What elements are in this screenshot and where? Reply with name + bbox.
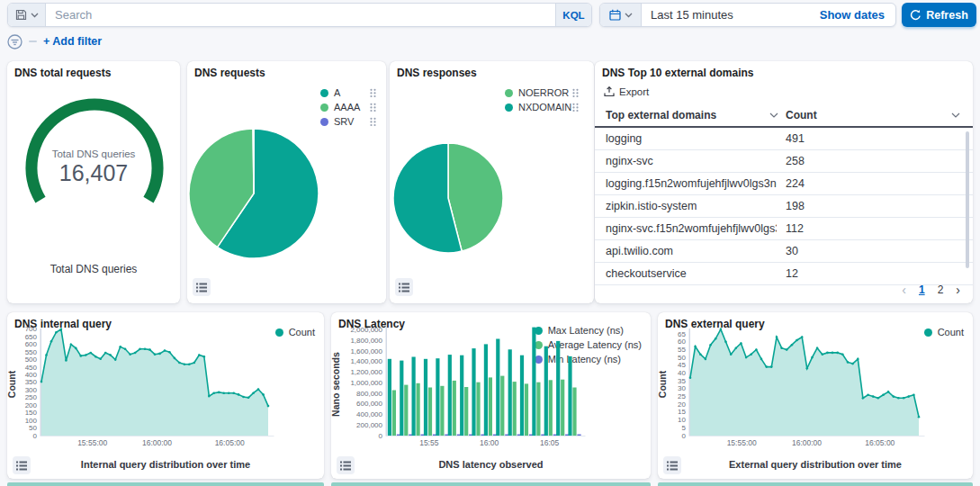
export-button[interactable]: Export xyxy=(604,86,649,97)
legend-toggle-button[interactable] xyxy=(663,456,681,474)
bar-max[interactable] xyxy=(520,356,524,436)
bar-average[interactable] xyxy=(404,385,408,436)
calendar-menu-button[interactable] xyxy=(600,4,642,26)
panel-dns-latency: DNS Latency Max Latency (ns)Average Late… xyxy=(331,312,651,479)
refresh-button[interactable]: Refresh xyxy=(902,3,976,27)
data-point xyxy=(851,363,854,365)
bar-average[interactable] xyxy=(464,387,468,436)
data-point xyxy=(765,365,768,368)
refresh-label: Refresh xyxy=(926,9,968,22)
bar-max[interactable] xyxy=(424,359,427,436)
time-range-value[interactable]: Last 15 minutes xyxy=(642,4,809,26)
bar-average[interactable] xyxy=(500,376,504,436)
bar-average[interactable] xyxy=(453,381,456,436)
pagination-page-1[interactable]: 1 xyxy=(919,284,925,296)
data-point xyxy=(903,397,905,400)
pie-chart[interactable] xyxy=(390,61,594,303)
bar-average[interactable] xyxy=(417,383,420,436)
bar-max[interactable] xyxy=(400,361,403,436)
bar-max[interactable] xyxy=(484,344,488,436)
legend-toggle-button[interactable] xyxy=(395,278,413,296)
y-tick-label: 200 xyxy=(25,401,38,410)
table-row[interactable]: api.twilio.com30 xyxy=(595,240,973,263)
x-tick-label: 16:05:00 xyxy=(865,438,895,447)
gauge-metric-value: 16,407 xyxy=(7,160,180,186)
x-tick-label: 16:00:00 xyxy=(792,438,822,447)
cell-domain: logging xyxy=(606,132,642,145)
add-filter-button[interactable]: + Add filter xyxy=(43,35,102,48)
data-point xyxy=(90,352,93,355)
table-header-row: Top external domains Count xyxy=(595,106,973,128)
table-row[interactable]: logging491 xyxy=(595,128,973,150)
legend-toggle-button[interactable] xyxy=(13,456,31,474)
area-chart[interactable]: 0510152025303540455055606515:55:0016:00:… xyxy=(658,312,973,456)
bar-average[interactable] xyxy=(428,388,432,436)
bar-max[interactable] xyxy=(508,349,512,436)
area-chart[interactable]: 0501001502002503003504004505005506006507… xyxy=(7,312,324,456)
table-scrollbar[interactable] xyxy=(966,131,969,268)
y-tick-label: 100 xyxy=(25,417,38,425)
data-point xyxy=(119,346,121,348)
bar-average[interactable] xyxy=(536,382,540,436)
bar-average[interactable] xyxy=(549,380,553,436)
table-row[interactable]: zipkin.istio-system198 xyxy=(595,195,973,218)
bar-average[interactable] xyxy=(489,377,492,436)
data-point xyxy=(836,352,839,355)
table-row[interactable]: nginx-svc258 xyxy=(595,150,973,173)
bar-max[interactable] xyxy=(556,341,560,436)
bar-max[interactable] xyxy=(568,356,571,436)
pagination-page-2[interactable]: 2 xyxy=(938,284,944,296)
bar-max[interactable] xyxy=(448,355,452,436)
column-header-count[interactable]: Count xyxy=(786,109,817,122)
legend-toggle-button[interactable] xyxy=(337,456,355,474)
legend-list-icon xyxy=(399,283,409,292)
bar-average[interactable] xyxy=(440,386,444,436)
table-row[interactable]: logging.f15n2womfujehfjlwv0lgs3nog....22… xyxy=(595,173,973,195)
pagination-prev-icon[interactable]: ‹ xyxy=(902,283,906,297)
bar-max[interactable] xyxy=(472,348,475,436)
y-tick-label: 65 xyxy=(678,330,686,338)
data-point xyxy=(124,348,127,351)
bar-average[interactable] xyxy=(561,380,564,436)
pie-chart[interactable] xyxy=(187,61,386,303)
bar-average[interactable] xyxy=(392,391,396,436)
column-header-domains[interactable]: Top external domains xyxy=(606,109,716,122)
search-input[interactable] xyxy=(46,4,555,26)
chevron-down-icon[interactable] xyxy=(951,112,960,119)
data-point xyxy=(832,352,834,355)
bar-max[interactable] xyxy=(436,358,439,436)
x-tick-label: 16:05:00 xyxy=(215,438,245,447)
y-tick-label: 10 xyxy=(678,416,686,424)
bar-chart[interactable]: 0200,000400,000600,000800,0001,000,0001,… xyxy=(331,312,651,456)
data-point xyxy=(218,392,220,394)
data-point xyxy=(55,331,58,334)
bar-average[interactable] xyxy=(572,388,576,436)
cell-count: 12 xyxy=(786,267,798,280)
data-point xyxy=(257,388,260,391)
data-point xyxy=(877,397,880,400)
y-tick-label: 300 xyxy=(25,386,38,394)
bar-min[interactable] xyxy=(577,435,580,436)
show-dates-link[interactable]: Show dates xyxy=(809,4,895,26)
bar-max[interactable] xyxy=(496,339,499,436)
table-row[interactable]: nginx-svc.f15n2womfujehfjlwv0lgs3no...11… xyxy=(595,218,973,240)
bar-max[interactable] xyxy=(544,346,548,436)
saved-query-menu-button[interactable] xyxy=(8,4,46,26)
bar-max[interactable] xyxy=(460,356,463,436)
data-point xyxy=(134,352,137,355)
pie-slice-srv[interactable] xyxy=(253,129,254,194)
kql-button[interactable]: KQL xyxy=(555,4,591,26)
bar-max[interactable] xyxy=(412,357,416,436)
bar-max[interactable] xyxy=(388,359,391,436)
bar-average[interactable] xyxy=(476,382,480,436)
legend-toggle-button[interactable] xyxy=(193,278,211,296)
bar-average[interactable] xyxy=(525,383,528,436)
filter-icon[interactable] xyxy=(7,34,22,50)
bar-max[interactable] xyxy=(532,328,535,436)
pagination-next-icon[interactable]: › xyxy=(956,283,960,297)
data-point xyxy=(104,352,107,355)
chevron-down-icon[interactable] xyxy=(769,112,778,119)
y-tick-label: 400 xyxy=(25,371,38,379)
y-tick-label: 200,000 xyxy=(356,421,382,429)
bar-average[interactable] xyxy=(513,382,517,436)
